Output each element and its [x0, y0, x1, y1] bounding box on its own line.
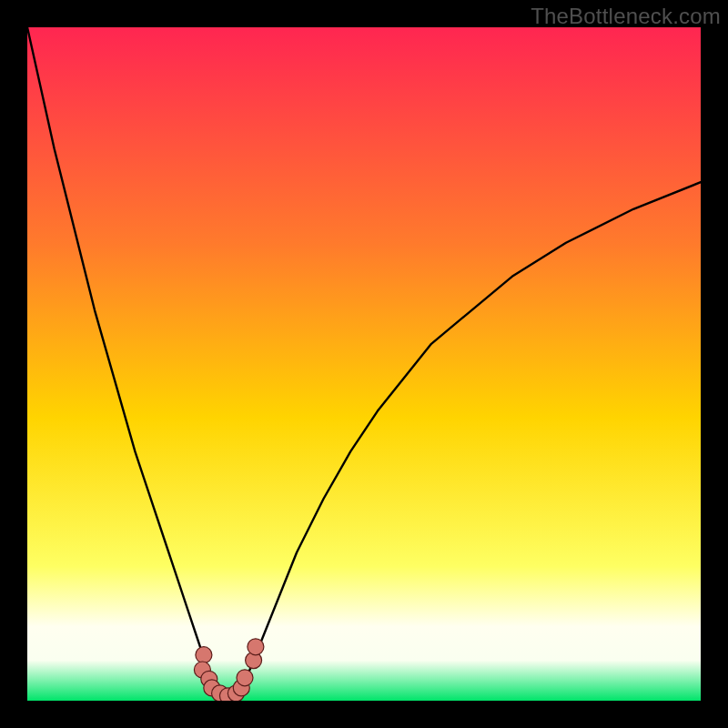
marker-dot: [196, 647, 212, 663]
chart-plot-area: [27, 27, 701, 701]
marker-dot: [237, 670, 253, 686]
watermark-text: TheBottleneck.com: [531, 4, 721, 29]
marker-dot: [248, 639, 264, 655]
chart-svg: [27, 27, 701, 701]
gradient-background: [27, 27, 701, 701]
